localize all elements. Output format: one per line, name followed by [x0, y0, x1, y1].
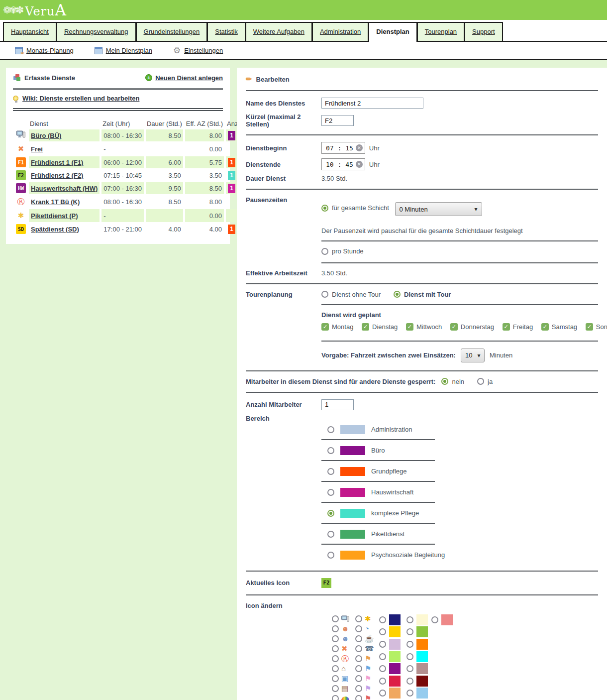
beginn-time-input[interactable]: 07 : 15 ✕ [321, 142, 365, 154]
service-link[interactable]: Frühdienst 2 (F2) [31, 172, 83, 179]
service-link[interactable]: Pikettdienst (P) [31, 212, 78, 220]
bereich-option-buero[interactable]: Büro [327, 444, 598, 457]
kuerzel-input[interactable] [321, 115, 354, 126]
icon-option-phone[interactable]: ☎ [355, 644, 379, 654]
icon-option-coffee[interactable]: ☕ [355, 634, 379, 644]
tab-statistik[interactable]: Statistik [207, 22, 246, 41]
service-link[interactable]: Büro (BÜ) [31, 132, 61, 139]
color-option[interactable] [431, 614, 456, 626]
plus-icon: + [145, 74, 152, 81]
color-option[interactable] [406, 614, 431, 626]
color-option[interactable] [406, 687, 431, 700]
color-option[interactable] [379, 650, 406, 663]
pause-duration-select[interactable]: 0 Minuten ▾ [395, 202, 482, 216]
icon-option-monitor[interactable] [332, 614, 355, 624]
icon-option-flag-violet[interactable]: ⚑ [355, 684, 379, 694]
icon-option-x[interactable]: ✖ [332, 644, 355, 654]
checkbox-donnerstag[interactable]: ✓Donnerstag [450, 323, 494, 331]
fahrzeit-label: Vorgabe: Fahrzeit zwischen zwei Einsätze… [321, 351, 456, 359]
bereich-option-psychosoziale-begleitung[interactable]: Psychosoziale Begleitung [327, 549, 598, 562]
subnav-einstellungen[interactable]: ⚙ Einstellungen [173, 45, 223, 56]
bereich-option-komplexe-pflege[interactable]: komplexe Pflege [327, 507, 598, 520]
icon-option-person-clock-blue[interactable]: ☻ [332, 634, 355, 644]
bereich-option-grundpflege[interactable]: Grundpflege [327, 465, 598, 478]
checkbox-dienstag[interactable]: ✓Dienstag [362, 323, 398, 331]
bereich-option-administration[interactable]: Administration [327, 423, 598, 436]
icon-option-rainbow[interactable] [332, 694, 355, 700]
fahrzeit-select[interactable]: 10 ▾ [461, 349, 485, 362]
color-option[interactable] [406, 650, 431, 663]
icon-option-alarm-clock[interactable]: ◔ [355, 624, 379, 634]
icon-option-asterisk[interactable]: ✱ [355, 614, 379, 624]
checkbox-samstag[interactable]: ✓Samstag [541, 323, 577, 331]
service-link[interactable]: Krank 1T Bü (K) [31, 198, 80, 206]
divider [246, 134, 598, 135]
subnav-monats-planung[interactable]: Monats-Planung [15, 47, 74, 54]
gear-icon: ⚙ [173, 45, 181, 56]
checkbox-freitag[interactable]: ✓Freitag [503, 323, 533, 331]
radio-icon [406, 653, 413, 660]
icon-option-picture[interactable]: ▣ [332, 674, 355, 684]
radio-gesperrt-nein[interactable]: nein [441, 378, 464, 385]
tab-hauptansicht[interactable]: Hauptansicht [3, 22, 57, 41]
service-link[interactable]: Frühdienst 1 (F1) [31, 159, 83, 166]
icon-option-flag-red[interactable]: ⚑ [355, 694, 379, 700]
tab-weitere-aufgaben[interactable]: Weitere Aufgaben [245, 22, 312, 41]
bereich-option-pikettdienst[interactable]: Pikettdienst [327, 528, 598, 541]
tab-dienstplan[interactable]: Dienstplan [368, 22, 417, 42]
tab-administration[interactable]: Administration [312, 22, 369, 41]
icon-option-flag-blue[interactable]: ⚑ [355, 664, 379, 674]
clear-time-icon[interactable]: ✕ [356, 144, 363, 151]
icon-option-chest[interactable]: ▤ [332, 684, 355, 694]
service-link[interactable]: Frei [31, 145, 43, 153]
service-link[interactable]: Hausweritschaft (HW) [31, 185, 98, 192]
radio-icon [406, 616, 413, 623]
tab-support[interactable]: Support [464, 22, 503, 41]
color-option[interactable] [379, 638, 406, 651]
color-option[interactable] [379, 626, 406, 638]
checkbox-mittwoch[interactable]: ✓Mittwoch [406, 323, 442, 331]
wiki-link[interactable]: Wiki: Dienste erstellen und bearbeiten [13, 95, 223, 102]
radio-dienst-mit-tour[interactable]: Dienst mit Tour [394, 291, 451, 298]
tab-grundeinstellungen[interactable]: Grundeinstellungen [136, 22, 208, 41]
radio-gesperrt-ja[interactable]: ja [477, 378, 493, 385]
icon-option-krank[interactable]: Ⓚ [332, 654, 355, 664]
icon-option-person-clock[interactable]: ☻ [332, 624, 355, 634]
color-option[interactable] [379, 614, 406, 626]
icon-option-house[interactable]: ⌂ [332, 664, 355, 674]
color-option[interactable] [406, 626, 431, 638]
clear-time-icon[interactable]: ✕ [356, 161, 363, 168]
color-option[interactable] [379, 675, 406, 687]
radio-icon [327, 447, 334, 454]
checkbox-sonntag[interactable]: ✓Sonntag [586, 323, 607, 331]
subnav-mein-dienstplan[interactable]: Mein Dienstplan [95, 47, 152, 54]
krank-icon: Ⓚ [17, 197, 25, 206]
service-link[interactable]: Spätdienst (SD) [31, 226, 79, 233]
color-swatch [340, 425, 365, 434]
radio-pro-stunde[interactable]: pro Stunde [321, 247, 364, 255]
bereich-option-hauswirtschaft[interactable]: Hauswirtschaft [327, 486, 598, 499]
name-label: Name des Dienstes [246, 100, 321, 107]
count-badge [228, 210, 235, 220]
radio-gesamte-schicht[interactable]: für gesamte Schicht [321, 204, 389, 212]
color-option[interactable] [406, 638, 431, 651]
coffee-icon: ☕ [365, 635, 374, 642]
divider [246, 392, 598, 393]
ende-time-input[interactable]: 10 : 45 ✕ [321, 158, 365, 170]
anzahl-input[interactable] [321, 399, 354, 410]
checkbox-montag[interactable]: ✓Montag [321, 323, 353, 331]
new-service-link[interactable]: + Neuen Dienst anlegen [145, 74, 223, 82]
service-name-input[interactable] [321, 98, 423, 109]
tab-rechnungsverwaltung[interactable]: Rechnungsverwaltung [56, 22, 136, 41]
color-option[interactable] [406, 675, 431, 687]
x-icon: ✖ [18, 144, 24, 153]
icon-option-flag-pink[interactable]: ⚑ [355, 674, 379, 684]
color-option[interactable] [379, 687, 406, 700]
color-option[interactable] [379, 663, 406, 675]
tab-tourenplan[interactable]: Tourenplan [417, 22, 465, 41]
radio-dienst-ohne-tour[interactable]: Dienst ohne Tour [321, 291, 381, 298]
services-table: Dienst Zeit (Uhr) Dauer (Std.) Eff. AZ (… [13, 118, 253, 236]
radio-icon [355, 665, 362, 672]
color-option[interactable] [406, 663, 431, 675]
icon-option-flag-orange[interactable]: ⚑ [355, 654, 379, 664]
